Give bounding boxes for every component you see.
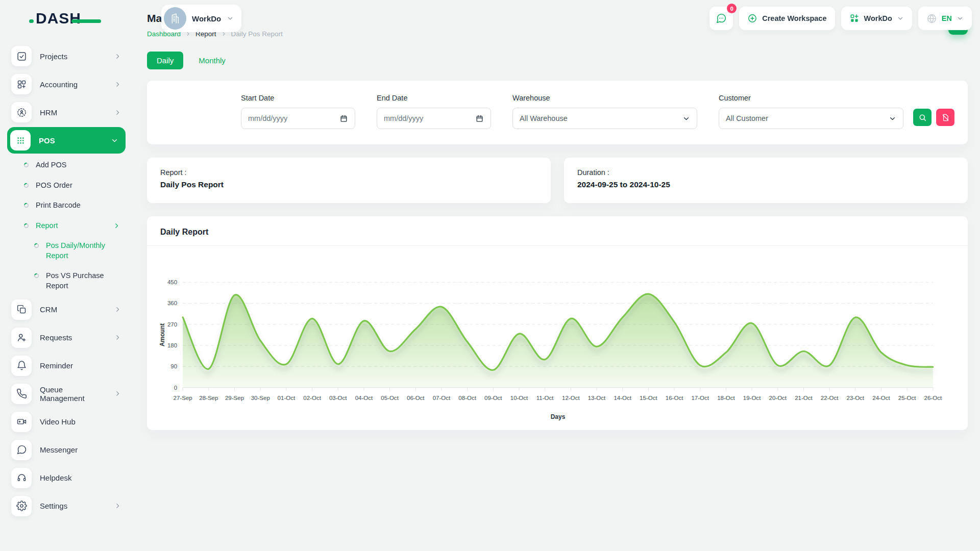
svg-text:Amount: Amount: [159, 323, 166, 346]
language-selector[interactable]: EN: [918, 7, 972, 30]
company-name: WorkDo: [864, 14, 892, 22]
sidebar-subitem-label: Pos VS Purchase Report: [46, 271, 120, 291]
sidebar-item-pos-daily-monthly-report[interactable]: Pos Daily/Monthly Report: [7, 236, 126, 266]
customer-label: Customer: [719, 94, 903, 102]
calendar-icon[interactable]: [339, 114, 348, 123]
report-period-tabs: Daily Monthly: [147, 52, 968, 69]
svg-text:30-Sep: 30-Sep: [251, 395, 270, 401]
svg-text:27-Sep: 27-Sep: [174, 395, 192, 401]
sidebar-item-reminder[interactable]: Reminder: [7, 353, 126, 379]
warehouse-selected-value: All Warehouse: [520, 114, 568, 122]
svg-text:0: 0: [174, 385, 177, 391]
sidebar-item-projects[interactable]: Projects: [7, 43, 126, 69]
sidebar-item-label: CRM: [40, 305, 106, 314]
daily-report-card: Daily Report 09018027036045027-Sep28-Sep…: [147, 216, 968, 430]
svg-text:26-Oct: 26-Oct: [924, 395, 942, 401]
globe-icon: [926, 13, 937, 24]
company-menu-button[interactable]: WorkDo: [841, 7, 912, 30]
duration-card: Duration : 2024-09-25 to 2024-10-25: [564, 158, 968, 203]
svg-text:28-Sep: 28-Sep: [199, 395, 218, 401]
daily-report-chart: 09018027036045027-Sep28-Sep29-Sep30-Sep0…: [147, 246, 968, 427]
chevron-down-icon: [897, 15, 904, 22]
sidebar-item-pos-vs-purchase-report[interactable]: Pos VS Purchase Report: [7, 266, 126, 296]
bullet-icon: [34, 243, 39, 248]
filter-card: Start Date End Date Warehouse All Wareho…: [147, 81, 968, 144]
sidebar-item-label: Reminder: [40, 361, 121, 370]
report-type-value: Daily Pos Report: [160, 180, 537, 189]
sidebar-item-pos[interactable]: POS: [7, 127, 126, 154]
start-date-input[interactable]: [248, 114, 325, 122]
sidebar-item-label: Messenger: [40, 445, 121, 454]
chevron-down-icon: [889, 115, 896, 122]
end-date-input[interactable]: [384, 114, 460, 122]
sidebar-item-pos-order[interactable]: POS Order: [7, 176, 126, 196]
chevron-right-icon: [114, 109, 121, 116]
sidebar-nav: ProjectsAccountingHRMPOSAdd POSPOS Order…: [7, 43, 126, 519]
create-workspace-label: Create Workspace: [762, 14, 826, 22]
start-date-label: Start Date: [241, 94, 355, 102]
app-logo[interactable]: DASH: [36, 10, 147, 27]
chat-bubble-icon: [716, 13, 727, 24]
user-plus-icon: [11, 328, 32, 348]
sidebar-item-accounting[interactable]: Accounting: [7, 71, 126, 97]
svg-text:02-Oct: 02-Oct: [303, 395, 321, 401]
duration-label: Duration :: [577, 168, 954, 177]
sidebar-item-label: Settings: [40, 502, 106, 510]
sidebar-item-helpdesk[interactable]: Helpdesk: [7, 465, 126, 491]
messages-count-badge: 0: [727, 4, 737, 13]
svg-text:450: 450: [167, 279, 177, 285]
warehouse-select[interactable]: All Warehouse: [512, 108, 697, 129]
tab-monthly[interactable]: Monthly: [199, 56, 226, 65]
sidebar-item-messenger[interactable]: Messenger: [7, 437, 126, 463]
sidebar-item-video-hub[interactable]: Video Hub: [7, 409, 126, 435]
checkbox-icon: [11, 46, 32, 66]
messages-button[interactable]: 0: [709, 7, 733, 30]
sidebar-item-label: POS: [39, 136, 103, 145]
svg-text:180: 180: [167, 342, 177, 348]
svg-text:14-Oct: 14-Oct: [614, 395, 631, 401]
summary-cards: Report : Daily Pos Report Duration : 202…: [147, 158, 968, 203]
sidebar-item-settings[interactable]: Settings: [7, 493, 126, 519]
sidebar-item-label: HRM: [40, 108, 106, 117]
chevron-down-icon: [111, 137, 118, 144]
sidebar-item-label: Projects: [40, 52, 106, 61]
chevron-down-icon: [227, 15, 234, 22]
sidebar: ProjectsAccountingHRMPOSAdd POSPOS Order…: [0, 37, 133, 551]
bullet-icon: [23, 223, 29, 229]
svg-text:08-Oct: 08-Oct: [458, 395, 476, 401]
sidebar-item-label: Helpdesk: [40, 473, 121, 482]
end-date-field: End Date: [377, 94, 491, 129]
start-date-field: Start Date: [241, 94, 355, 129]
sidebar-item-requests[interactable]: Requests: [7, 324, 126, 351]
chevron-right-icon: [114, 81, 121, 88]
customer-field: Customer All Customer: [719, 94, 903, 129]
workspace-selector[interactable]: WorkDo: [161, 5, 241, 32]
sidebar-item-queue-management[interactable]: Queue Management: [7, 381, 126, 407]
topbar-actions: 0 Create Workspace WorkDo EN: [709, 7, 972, 30]
search-button[interactable]: [913, 109, 932, 126]
calendar-icon[interactable]: [475, 114, 484, 123]
sidebar-item-crm[interactable]: CRM: [7, 296, 126, 323]
svg-text:09-Oct: 09-Oct: [484, 395, 502, 401]
create-workspace-button[interactable]: Create Workspace: [739, 7, 835, 30]
svg-text:06-Oct: 06-Oct: [407, 395, 425, 401]
bullet-icon: [34, 273, 39, 279]
file-off-icon: [941, 113, 950, 122]
sidebar-item-print-barcode[interactable]: Print Barcode: [7, 195, 126, 216]
tab-daily[interactable]: Daily: [147, 52, 183, 69]
plus-circle-icon: [747, 13, 757, 23]
customer-select[interactable]: All Customer: [719, 108, 903, 129]
workspace-name: WorkDo: [192, 14, 221, 23]
report-type-label: Report :: [160, 168, 537, 177]
svg-text:270: 270: [167, 321, 177, 328]
svg-text:90: 90: [170, 363, 177, 369]
logo-dash-bar: [71, 19, 101, 23]
sidebar-item-hrm[interactable]: HRM: [7, 99, 126, 126]
sidebar-subitem-label: Print Barcode: [36, 201, 120, 211]
message-icon: [11, 440, 32, 460]
workspace-building-icon: [164, 7, 186, 30]
end-date-label: End Date: [377, 94, 491, 102]
sidebar-item-add-pos[interactable]: Add POS: [7, 155, 126, 176]
sidebar-item-report[interactable]: Report: [7, 216, 126, 236]
reset-button[interactable]: [936, 109, 954, 126]
